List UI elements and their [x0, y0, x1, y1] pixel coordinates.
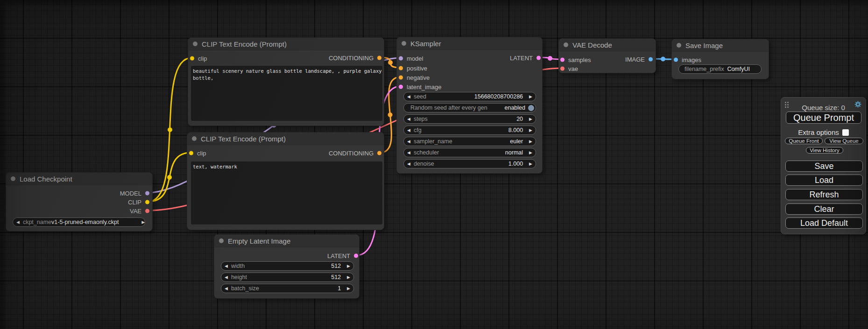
node-title: CLIP Text Encode (Prompt): [201, 135, 286, 143]
input-label-model: model: [407, 55, 423, 62]
node-canvas[interactable]: Load Checkpoint MODEL CLIP VAE ◀ ckpt_na…: [0, 0, 868, 329]
collapse-dot-icon[interactable]: [11, 176, 15, 181]
queue-panel: Queue size: 0 Queue Prompt Extra options…: [781, 97, 866, 234]
node-load-checkpoint[interactable]: Load Checkpoint MODEL CLIP VAE ◀ ckpt_na…: [6, 172, 153, 231]
decrement-arrow-icon[interactable]: ◀: [404, 148, 414, 157]
decrement-arrow-icon[interactable]: ◀: [404, 114, 414, 124]
node-title: KSampler: [410, 40, 441, 48]
load-default-button[interactable]: Load Default: [785, 217, 863, 229]
output-slot-conditioning[interactable]: [377, 56, 381, 60]
output-label-model: MODEL: [120, 190, 141, 197]
output-slot-latent[interactable]: [354, 254, 358, 258]
input-slot-clip[interactable]: [189, 151, 193, 155]
node-title: VAE Decode: [572, 41, 612, 49]
gear-icon[interactable]: [854, 100, 862, 108]
collapse-dot-icon[interactable]: [677, 43, 681, 48]
input-slot-positive[interactable]: [399, 66, 403, 70]
collapse-dot-icon[interactable]: [192, 136, 197, 141]
output-slot-vae[interactable]: [145, 209, 149, 213]
widget-width[interactable]: ◀ width 512 ▶: [221, 261, 354, 271]
collapse-dot-icon[interactable]: [564, 42, 568, 47]
input-label-clip: clip: [198, 55, 207, 62]
input-slot-samples[interactable]: [560, 58, 565, 62]
input-slot-clip[interactable]: [190, 56, 194, 61]
node-empty-latent-image[interactable]: Empty Latent Image LATENT ◀ width 512 ▶ …: [214, 234, 360, 299]
widget-scheduler[interactable]: ◀ scheduler normal ▶: [403, 148, 536, 157]
decrement-arrow-icon[interactable]: ◀: [404, 137, 414, 146]
input-label-samples: samples: [568, 56, 591, 63]
output-slot-clip[interactable]: [145, 200, 149, 204]
decrement-arrow-icon[interactable]: ◀: [221, 273, 231, 282]
node-title: Empty Latent Image: [228, 237, 290, 245]
node-vae-decode[interactable]: VAE Decode samples vae IMAGE: [558, 38, 656, 73]
decrement-arrow-icon[interactable]: ◀: [404, 159, 414, 168]
prompt-textarea[interactable]: beautiful scenery nature glass bottle la…: [191, 66, 382, 121]
link-midpoint-dot: [168, 127, 172, 132]
node-title: Load Checkpoint: [20, 175, 72, 183]
queue-prompt-button[interactable]: Queue Prompt: [786, 112, 861, 124]
increment-arrow-icon[interactable]: ▶: [526, 159, 536, 168]
view-queue-button[interactable]: View Queue: [825, 138, 863, 144]
widget-label: cfg: [414, 127, 422, 133]
input-slot-images[interactable]: [674, 58, 678, 62]
widget-height[interactable]: ◀ height 512 ▶: [221, 273, 354, 282]
input-slot-vae[interactable]: [560, 67, 565, 71]
node-clip-text-encode-positive[interactable]: CLIP Text Encode (Prompt) clip CONDITION…: [188, 37, 384, 126]
widget-sampler-name[interactable]: ◀ sampler_name euler ▶: [403, 137, 536, 146]
increment-arrow-icon[interactable]: ▶: [344, 261, 353, 271]
widget-filename-prefix[interactable]: filename_prefix ComfyUI: [678, 64, 762, 74]
link-midpoint-dot: [388, 112, 393, 117]
node-ksampler[interactable]: KSampler model positive negative latent_…: [396, 37, 543, 174]
output-slot-conditioning[interactable]: [377, 151, 381, 155]
input-slot-latent-image[interactable]: [399, 85, 403, 89]
output-slot-model[interactable]: [145, 191, 149, 196]
refresh-button[interactable]: Refresh: [785, 189, 863, 200]
widget-batch-size[interactable]: ◀ batch_size 1 ▶: [221, 284, 354, 293]
clear-button[interactable]: Clear: [785, 203, 863, 215]
decrement-arrow-icon[interactable]: ◀: [13, 217, 23, 227]
drag-handle[interactable]: [785, 102, 786, 103]
output-slot-image[interactable]: [649, 57, 653, 62]
collapse-dot-icon[interactable]: [219, 238, 224, 243]
output-label-conditioning: CONDITIONING: [329, 150, 374, 157]
increment-arrow-icon[interactable]: ▶: [138, 217, 148, 227]
increment-arrow-icon[interactable]: ▶: [344, 273, 353, 282]
widget-seed[interactable]: ◀ seed 156680208700286 ▶: [403, 92, 536, 101]
node-clip-text-encode-negative[interactable]: CLIP Text Encode (Prompt) clip CONDITION…: [187, 132, 384, 230]
view-history-button[interactable]: View History: [806, 147, 843, 154]
link-midpoint-dot: [167, 175, 172, 180]
load-button[interactable]: Load: [785, 175, 863, 186]
widget-label: width: [231, 263, 245, 269]
queue-front-button[interactable]: Queue Front: [785, 138, 823, 144]
extra-options-checkbox[interactable]: [842, 129, 849, 136]
decrement-arrow-icon[interactable]: ◀: [404, 126, 414, 135]
node-save-image[interactable]: Save Image images filename_prefix ComfyU…: [671, 39, 769, 79]
input-slot-negative[interactable]: [399, 76, 403, 80]
save-button[interactable]: Save: [785, 161, 863, 172]
increment-arrow-icon[interactable]: ▶: [344, 284, 353, 293]
input-label-latent-image: latent_image: [407, 84, 441, 91]
widget-steps[interactable]: ◀ steps 20 ▶: [403, 114, 536, 124]
collapse-dot-icon[interactable]: [402, 41, 406, 46]
prompt-textarea[interactable]: text, watermark: [191, 161, 382, 224]
widget-denoise[interactable]: ◀ denoise 1.000 ▶: [403, 159, 536, 168]
output-label-latent: LATENT: [327, 252, 350, 259]
widget-label: seed: [414, 93, 426, 100]
increment-arrow-icon[interactable]: ▶: [526, 92, 536, 101]
input-label-negative: negative: [407, 74, 430, 81]
widget-seed-control[interactable]: Random seed after every gen enabled: [403, 103, 536, 112]
increment-arrow-icon[interactable]: ▶: [526, 126, 536, 135]
increment-arrow-icon[interactable]: ▶: [526, 148, 536, 157]
increment-arrow-icon[interactable]: ▶: [526, 137, 536, 146]
decrement-arrow-icon[interactable]: ◀: [404, 92, 414, 101]
decrement-arrow-icon[interactable]: ◀: [221, 261, 231, 271]
input-slot-model[interactable]: [399, 56, 403, 61]
decrement-arrow-icon[interactable]: ◀: [221, 284, 231, 293]
output-slot-latent[interactable]: [536, 56, 541, 60]
widget-cfg[interactable]: ◀ cfg 8.000 ▶: [403, 126, 536, 135]
increment-arrow-icon[interactable]: ▶: [526, 114, 536, 124]
collapse-dot-icon[interactable]: [193, 42, 198, 46]
toggle-icon[interactable]: [528, 105, 534, 111]
widget-ckpt-name[interactable]: ◀ ckpt_name v1-5-pruned-emaonly.ckpt ▶: [13, 217, 145, 227]
output-label-conditioning: CONDITIONING: [329, 55, 374, 62]
